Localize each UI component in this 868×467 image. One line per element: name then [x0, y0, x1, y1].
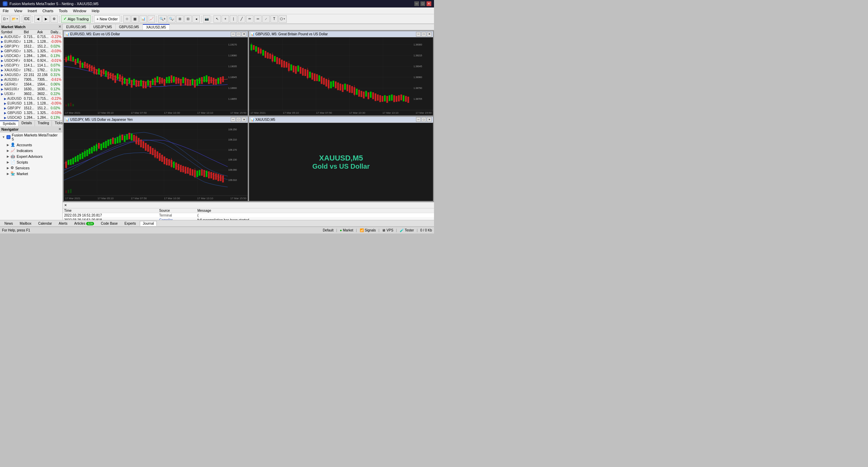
chart-eurusd-maximize[interactable]: □	[236, 32, 241, 37]
bottom-tab-codebase[interactable]: Code Base	[98, 221, 120, 226]
chart-tab-gbpusd[interactable]: GBPUSD,M5	[116, 24, 143, 30]
market-watch-row[interactable]: ▶ USDCAD.r 1.284... 1.284... 0.13%	[0, 54, 62, 58]
market-watch-close[interactable]: ✕	[58, 25, 61, 29]
chart-eurusd-close[interactable]: ✕	[242, 32, 246, 37]
chart-usdjpy-minimize[interactable]: ─	[231, 117, 235, 122]
menu-file[interactable]: File	[0, 7, 12, 14]
algo-trading-button[interactable]: ✓ Algo Trading	[61, 15, 91, 23]
chart-gbpusd-maximize[interactable]: □	[421, 32, 426, 37]
toolbar-line[interactable]: 📈	[148, 15, 155, 23]
toolbar-open[interactable]: 📂▼	[11, 15, 20, 23]
minimize-button[interactable]: ─	[414, 1, 419, 6]
toolbar-zoomout[interactable]: 🔍-	[168, 15, 175, 23]
log-close-button[interactable]: ✕	[64, 203, 67, 207]
chart-tab-usdjpy[interactable]: USDJPY,M5	[90, 24, 116, 30]
nav-item-expert-advisors[interactable]: ▶ 🤖 Expert Advisors	[0, 153, 62, 159]
log-scroll[interactable]: Time Source Message 2022.03.29 16:51:20.…	[63, 208, 434, 220]
market-watch-row[interactable]: ▶ USDCHF.r 0.924... 0.924... -0.01%	[0, 58, 62, 63]
chart-eurusd-minimize[interactable]: ─	[231, 32, 235, 37]
chart-xauusd-close[interactable]: ✕	[427, 117, 432, 122]
market-watch-row[interactable]: ▶ USDCAD 1.284... 1.284... 0.13%	[0, 115, 62, 120]
toolbar-trendline[interactable]: ⟋	[262, 15, 270, 23]
chart-xauusd-body[interactable]: XAUUSD,M5 Gold vs US Dollar	[249, 123, 433, 201]
nav-item-market[interactable]: ▶ 🏪 Market	[0, 171, 62, 176]
chart-tab-eurusd[interactable]: EURUSD,M5	[63, 24, 90, 30]
market-watch-row[interactable]: ▶ AUS200.r 7305... 7305... -0.61%	[0, 77, 62, 82]
toolbar-ide[interactable]: IDE	[23, 15, 31, 23]
nav-item-indicators[interactable]: ▶ 📈 Indicators	[0, 148, 62, 153]
chart-gbpusd-body[interactable]: 1.39300 1.39215 1.39045 1.38960 1.38790 …	[249, 37, 433, 110]
menu-view[interactable]: View	[12, 7, 25, 14]
market-watch-row[interactable]: ▶ NAS100.r 1630... 1630... 0.12%	[0, 87, 62, 92]
menu-window[interactable]: Window	[70, 7, 89, 14]
chart-usdjpy-body[interactable]: 109.250 109.210 109.170 109.130 109.090 …	[64, 123, 248, 195]
bottom-tab-experts[interactable]: Experts	[121, 221, 139, 226]
chart-eurusd-body[interactable]: 1.19170 1.19080 1.19035 1.18945 1.18900 …	[64, 37, 248, 110]
toolbar-crosshair[interactable]: ⊹	[123, 15, 131, 23]
market-watch-row[interactable]: ▶ AUDUSD.r 0.715... 0.715... -0.22%	[0, 35, 62, 39]
chart-xauusd-minimize[interactable]: ─	[416, 117, 421, 122]
chart-gbpusd-minimize[interactable]: ─	[416, 32, 421, 37]
market-watch-row[interactable]: ▶ EURUSD 1.128... 1.128... -0.05%	[0, 101, 62, 106]
maximize-button[interactable]: □	[420, 1, 425, 6]
market-watch-row[interactable]: ▶ GER40.r 1564... 1564... 0.06%	[0, 82, 62, 87]
toolbar-draw-line[interactable]: ╱	[238, 15, 245, 23]
bottom-tab-journal[interactable]: Journal	[140, 221, 157, 226]
chart-usdjpy-close[interactable]: ✕	[242, 117, 246, 122]
mw-tab-details[interactable]: Details	[19, 120, 35, 126]
market-watch-row[interactable]: ▶ GBPUSD 1.325... 1.325... -0.03%	[0, 111, 62, 115]
toolbar-crosshair2[interactable]: +	[222, 15, 229, 23]
market-watch-row[interactable]: ▶ USDJPY.r 114.1... 114.1... 0.07%	[0, 63, 62, 68]
chart-tab-xauusd[interactable]: XAUUSD,M5	[143, 24, 170, 30]
toolbar-cursor[interactable]: ↖	[213, 15, 221, 23]
market-watch-row[interactable]: ▶ GBPUSD.r 1.325... 1.325... -0.03%	[0, 49, 62, 54]
bottom-tab-calendar[interactable]: Calendar	[35, 221, 55, 226]
nav-app-root[interactable]: ▼ Fusion Markets MetaTrader 5	[0, 132, 62, 142]
toolbar-new[interactable]: 🗋▼	[1, 15, 10, 23]
toolbar-zoomin[interactable]: 🔍+	[158, 15, 167, 23]
toolbar-hline[interactable]: ═	[254, 15, 262, 23]
chart-usdjpy-maximize[interactable]: □	[236, 117, 241, 122]
close-button[interactable]: ✕	[427, 1, 431, 6]
mw-tab-trading[interactable]: Trading	[35, 120, 52, 126]
market-watch-scroll[interactable]: Symbol Bid Ask Daily... ▶ AUDUSD.r 0.715…	[0, 30, 62, 120]
mw-tab-symbols[interactable]: Symbols	[0, 120, 19, 126]
market-watch-row[interactable]: ▶ EURUSD.r 1.128... 1.128... -0.05%	[0, 39, 62, 44]
bottom-tab-mailbox[interactable]: Mailbox	[17, 221, 34, 226]
toolbar-grid[interactable]: ⊞	[176, 15, 184, 23]
nav-item-services[interactable]: ▶ ⚙ Services	[0, 165, 62, 171]
toolbar-candle[interactable]: 📊	[139, 15, 147, 23]
toolbar-screenshot[interactable]: 📷	[203, 15, 210, 23]
market-watch-row[interactable]: ▶ XAGUSD.r 22.151 22.156 0.31%	[0, 73, 62, 77]
market-watch-row[interactable]: ▶ AUDUSD 0.715... 0.715... -0.22%	[0, 96, 62, 101]
toolbar-period-sep[interactable]: ⊟	[184, 15, 192, 23]
bottom-tab-news[interactable]: News	[1, 221, 16, 226]
nav-item-accounts[interactable]: ▶ 👤 Accounts	[0, 142, 62, 148]
menu-help[interactable]: Help	[89, 7, 102, 14]
toolbar-back[interactable]: ◀	[34, 15, 42, 23]
navigator-close[interactable]: ✕	[58, 127, 61, 131]
toolbar-scroll-left[interactable]: ◂	[192, 15, 200, 23]
toolbar-text[interactable]: T	[270, 15, 278, 23]
gbpusd-time-1: 17 Mar 2021	[250, 111, 266, 114]
toolbar-vert-line[interactable]: |	[230, 15, 237, 23]
bottom-tab-articles[interactable]: Articles 828	[71, 221, 97, 226]
toolbar-forward[interactable]: ▶	[42, 15, 50, 23]
market-watch-row[interactable]: ▶ GBPJPY.r 1512... 151.2... 0.02%	[0, 44, 62, 49]
toolbar-draw-pen[interactable]: ✏	[246, 15, 253, 23]
toolbar-bar[interactable]: ▦	[131, 15, 139, 23]
nav-item-scripts[interactable]: ▶ 📄 Scripts	[0, 159, 62, 165]
chart-xauusd-maximize[interactable]: □	[421, 117, 426, 122]
market-watch-row[interactable]: ▶ XAUUSD.r 1782... 1782... 0.31%	[0, 68, 62, 73]
toolbar-shapes[interactable]: ⬡▼	[279, 15, 287, 23]
toolbar-compile[interactable]: ⚙	[51, 15, 58, 23]
menu-charts[interactable]: Charts	[40, 7, 56, 14]
chart-gbpusd-close[interactable]: ✕	[427, 32, 432, 37]
svg-text:1.19170: 1.19170	[228, 43, 237, 46]
menu-insert[interactable]: Insert	[25, 7, 40, 14]
menu-tools[interactable]: Tools	[56, 7, 70, 14]
market-watch-row[interactable]: ▶ GBPJPY 1512... 151.2... 0.02%	[0, 106, 62, 111]
market-watch-row[interactable]: ▶ US30.r 3602... 3602... 0.22%	[0, 92, 62, 96]
new-order-button[interactable]: + New Order	[94, 15, 120, 23]
bottom-tab-alerts[interactable]: Alerts	[56, 221, 71, 226]
